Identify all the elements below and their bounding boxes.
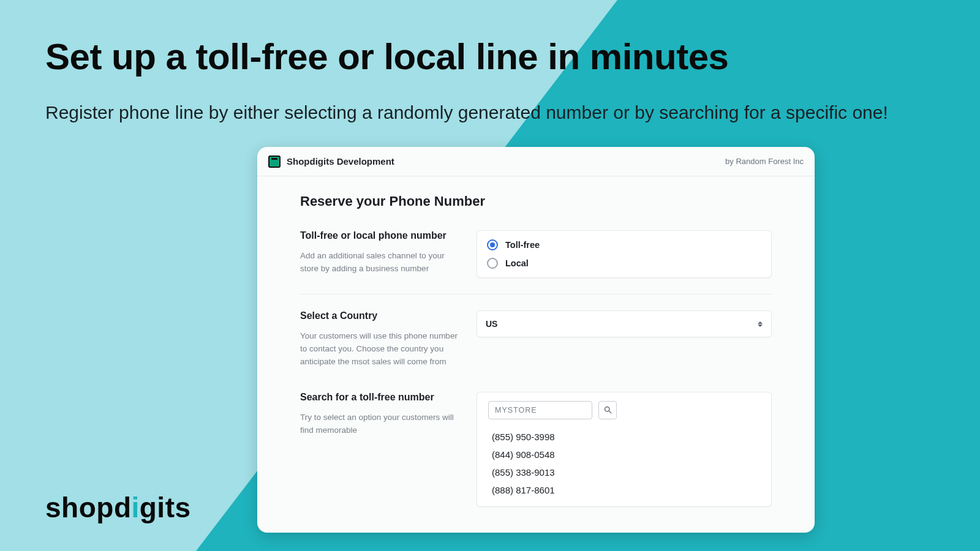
country-select-value: US — [486, 319, 497, 329]
svg-line-1 — [609, 411, 611, 414]
svg-point-0 — [605, 407, 609, 412]
search-results: (855) 950-3998 (844) 908-0548 (855) 338-… — [488, 428, 760, 499]
search-icon — [603, 405, 612, 414]
number-type-label: Toll-free or local phone number — [300, 230, 459, 241]
result-item[interactable]: (855) 950-3998 — [492, 428, 760, 446]
brand-pre: shopd — [45, 492, 131, 523]
radio-icon — [487, 258, 498, 269]
app-panel: Shopdigits Development by Random Forest … — [257, 147, 815, 533]
radio-icon — [487, 239, 498, 250]
search-card: (855) 950-3998 (844) 908-0548 (855) 338-… — [477, 392, 772, 507]
search-label: Search for a toll-free number — [300, 392, 459, 403]
result-item[interactable]: (855) 338-9013 — [492, 463, 760, 481]
select-caret-icon — [758, 321, 763, 327]
number-type-help: Add an additional sales channel to your … — [300, 250, 459, 276]
hero-subtitle: Register phone line by either selecting … — [45, 97, 940, 128]
section-number-type: Toll-free or local phone number Add an a… — [300, 230, 772, 294]
result-item[interactable]: (888) 817-8601 — [492, 481, 760, 499]
app-name: Shopdigits Development — [287, 156, 394, 167]
country-select[interactable]: US — [477, 310, 772, 337]
radio-local-label: Local — [505, 258, 529, 268]
panel-body: Reserve your Phone Number Toll-free or l… — [257, 176, 815, 523]
result-item[interactable]: (844) 908-0548 — [492, 446, 760, 463]
search-button[interactable] — [598, 401, 617, 419]
brand-accent: i — [131, 492, 139, 523]
search-input[interactable] — [488, 401, 592, 419]
search-controls — [488, 401, 760, 419]
brand-post: gits — [140, 492, 191, 523]
section-country: Select a Country Your customers will use… — [300, 294, 772, 384]
page-title: Reserve your Phone Number — [300, 193, 772, 209]
brand-wordmark: shopdigits — [45, 491, 191, 524]
marketing-slide: Set up a toll-free or local line in minu… — [0, 0, 980, 551]
panel-header: Shopdigits Development by Random Forest … — [257, 147, 815, 176]
section-search: Search for a toll-free number Try to sel… — [300, 384, 772, 523]
app-icon — [268, 156, 281, 168]
hero-title: Set up a toll-free or local line in minu… — [45, 36, 728, 78]
radio-local[interactable]: Local — [486, 254, 763, 272]
radio-toll-free-label: Toll-free — [505, 240, 540, 250]
country-help: Your customers will use this phone numbe… — [300, 330, 459, 369]
byline: by Random Forest Inc — [725, 157, 804, 166]
country-label: Select a Country — [300, 310, 459, 321]
number-type-radio-group: Toll-free Local — [477, 230, 772, 278]
search-help: Try to select an option your customers w… — [300, 411, 459, 437]
radio-toll-free[interactable]: Toll-free — [486, 236, 763, 254]
